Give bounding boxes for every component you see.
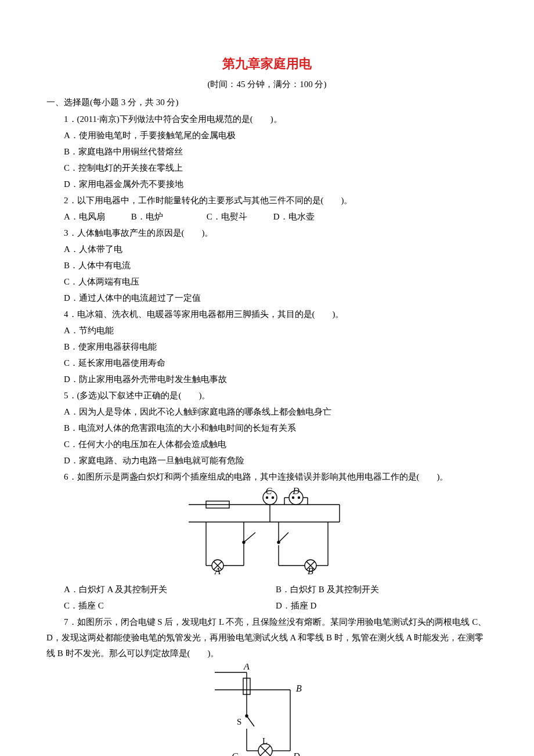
q4-stem: 4．电冰箱、洗衣机、电暖器等家用电器都用三脚插头，其目的是( )。 (46, 307, 488, 322)
svg-text:S: S (237, 717, 241, 726)
svg-line-28 (279, 532, 288, 542)
svg-text:C: C (232, 751, 238, 756)
q2-options: A．电风扇 B．电炉 C．电熨斗 D．电水壶 (46, 209, 488, 225)
q4-opt-b: B．使家用电器获得电能 (46, 339, 488, 355)
q6-opts-row1: A．白炽灯 A 及其控制开关 B．白炽灯 B 及其控制开关 (46, 582, 488, 597)
q4-opt-a: A．节约电能 (46, 323, 488, 339)
q2-stem: 2．以下用电器中，工作时能量转化的主要形式与其他三件不同的是( )。 (46, 193, 488, 208)
svg-point-26 (243, 541, 245, 543)
q4-opt-c: C．延长家用电器使用寿命 (46, 355, 488, 371)
q1-opt-c: C．控制电灯的开关接在零线上 (46, 160, 488, 176)
q3-opt-b: B．人体中有电流 (46, 258, 488, 273)
svg-point-7 (266, 496, 268, 498)
q1-opt-d: D．家用电器金属外壳不要接地 (46, 177, 488, 192)
q4-opt-d: D．防止家用电器外壳带电时发生触电事故 (46, 372, 488, 387)
q3-opt-d: D．通过人体中的电流超过了一定值 (46, 290, 488, 306)
q3-opt-c: C．人体两端有电压 (46, 274, 488, 290)
svg-text:L: L (262, 736, 268, 746)
svg-text:A: A (214, 566, 221, 574)
svg-text:A: A (243, 664, 250, 671)
svg-point-12 (298, 496, 300, 498)
q3-stem: 3．人体触电事故产生的原因是( )。 (46, 225, 488, 241)
svg-text:B: B (308, 566, 313, 574)
q7-figure: A B C D S L (46, 664, 488, 756)
q6-circuit-icon: C D A B (189, 487, 345, 574)
svg-point-29 (277, 541, 280, 543)
q6-figure: C D A B (46, 487, 488, 579)
svg-line-25 (244, 532, 255, 542)
q1-opt-a: A．使用验电笔时，手要接触笔尾的金属电极 (46, 128, 488, 143)
svg-text:B: B (296, 683, 302, 693)
q6-opt-a: A．白炽灯 A 及其控制开关 (46, 582, 276, 597)
svg-text:D: D (293, 751, 300, 756)
q1-stem: 1．(2011·南京)下列做法中符合安全用电规范的是( )。 (46, 111, 488, 127)
section-1-header: 一、选择题(每小题 3 分，共 30 分) (46, 95, 488, 110)
q5-opt-a: A．因为人是导体，因此不论人触到家庭电路的哪条线上都会触电身亡 (46, 404, 488, 420)
svg-point-11 (293, 496, 294, 498)
q6-stem: 6．如图所示是两盏白炽灯和两个插座组成的电路，其中连接错误并影响其他用电器工作的… (46, 469, 488, 485)
q5-opt-d: D．家庭电路、动力电路一旦触电就可能有危险 (46, 453, 488, 469)
svg-line-47 (247, 716, 254, 726)
q7-circuit-icon: A B C D S L (215, 664, 319, 756)
q5-opt-b: B．电流对人体的危害跟电流的大小和触电时间的长短有关系 (46, 420, 488, 436)
q6-opt-b: B．白炽灯 B 及其控制开关 (276, 582, 488, 597)
page-title: 第九章家庭用电 (46, 52, 488, 75)
q3-opt-a: A．人体带了电 (46, 242, 488, 257)
svg-text:C: C (266, 487, 272, 496)
q5-opt-c: C．任何大小的电压加在人体都会造成触电 (46, 437, 488, 452)
svg-text:D: D (292, 487, 300, 496)
svg-point-50 (258, 744, 272, 756)
q6-opt-c: C．插座 C (46, 598, 276, 614)
q6-opts-row2: C．插座 C D．插座 D (46, 598, 488, 614)
q5-stem: 5．(多选)以下叙述中正确的是( )。 (46, 388, 488, 404)
q1-opt-b: B．家庭电路中用铜丝代替熔丝 (46, 144, 488, 160)
q7-stem: 7．如图所示，闭合电键 S 后，发现电灯 L 不亮，且保险丝没有熔断。某同学用验… (46, 614, 488, 661)
page-subtitle: (时间：45 分钟，满分：100 分) (46, 77, 488, 92)
svg-point-8 (272, 496, 274, 498)
q6-opt-d: D．插座 D (276, 598, 488, 614)
